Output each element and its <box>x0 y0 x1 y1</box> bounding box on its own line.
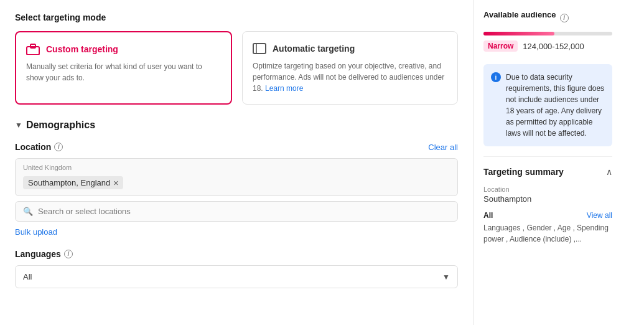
search-icon: 🔍 <box>23 207 33 216</box>
targeting-summary-collapse-icon[interactable]: ∧ <box>606 167 612 177</box>
location-tag-area: Southampton, England × <box>16 174 457 195</box>
summary-location-item: Location Southampton <box>483 186 612 204</box>
summary-all-row: All View all <box>483 211 612 220</box>
custom-targeting-icon <box>26 42 40 56</box>
view-all-link[interactable]: View all <box>587 211 612 220</box>
automatic-card-desc: Optimize targeting based on your objecti… <box>253 60 447 94</box>
custom-card-desc: Manually set criteria for what kind of u… <box>26 61 221 83</box>
automatic-card-title: Automatic targeting <box>273 44 355 54</box>
demographics-chevron-icon: ▼ <box>15 121 22 130</box>
sidebar-divider <box>483 156 612 157</box>
automatic-targeting-icon <box>253 42 266 55</box>
automatic-card-header: Automatic targeting <box>253 42 447 55</box>
available-audience-section: Available audience i Narrow 124,000-152,… <box>483 10 612 52</box>
svg-rect-2 <box>253 44 266 54</box>
data-security-info-box: i Due to data security requirements, thi… <box>483 64 612 146</box>
location-group-label: United Kingdom <box>16 159 457 174</box>
audience-count: 124,000-152,000 <box>523 42 584 51</box>
audience-range: Narrow 124,000-152,000 <box>483 40 612 52</box>
summary-all-item: All View all Languages , Gender , Age , … <box>483 211 612 245</box>
targeting-summary-section: Targeting summary ∧ Location Southampton… <box>483 167 612 245</box>
available-audience-title: Available audience <box>483 10 556 19</box>
narrow-badge: Narrow <box>483 40 518 52</box>
automatic-targeting-card[interactable]: Automatic targeting Optimize targeting b… <box>242 31 458 105</box>
languages-label: Languages i <box>15 249 73 259</box>
clear-all-button[interactable]: Clear all <box>428 143 458 152</box>
languages-dropdown[interactable]: All ▼ <box>15 265 458 288</box>
languages-section: Languages i All ▼ <box>15 249 458 288</box>
demographics-title: Demographics <box>26 120 95 131</box>
sidebar: Available audience i Narrow 124,000-152,… <box>473 0 622 325</box>
summary-location-value: Southampton <box>483 194 612 204</box>
location-label-text: Location <box>15 142 51 152</box>
location-tag-text: Southampton, England <box>28 178 110 187</box>
custom-card-header: Custom targeting <box>26 42 221 56</box>
location-search-box[interactable]: 🔍 <box>15 201 458 222</box>
audience-bar-track <box>483 32 612 35</box>
languages-selected-value: All <box>23 272 32 281</box>
targeting-summary-title: Targeting summary <box>483 167 564 177</box>
languages-label-text: Languages <box>15 249 61 259</box>
audience-info-icon[interactable]: i <box>560 14 569 22</box>
summary-all-desc: Languages , Gender , Age , Spending powe… <box>483 222 612 245</box>
summary-location-label: Location <box>483 186 612 193</box>
languages-dropdown-chevron-icon: ▼ <box>442 273 450 281</box>
targeting-summary-header: Targeting summary ∧ <box>483 167 612 177</box>
languages-label-row: Languages i <box>15 249 458 259</box>
summary-all-label: All <box>483 211 493 220</box>
demographics-section-header[interactable]: ▼ Demographics <box>15 120 458 131</box>
info-box-text: Due to data security requirements, this … <box>506 72 605 139</box>
location-box: United Kingdom Southampton, England × <box>15 158 458 196</box>
bulk-upload-link[interactable]: Bulk upload <box>15 227 57 237</box>
audience-bar <box>483 32 612 35</box>
location-label: Location i <box>15 142 63 152</box>
languages-info-icon[interactable]: i <box>64 250 73 258</box>
location-search-input[interactable] <box>38 207 450 216</box>
learn-more-link[interactable]: Learn more <box>265 84 303 93</box>
custom-card-title: Custom targeting <box>46 44 118 54</box>
remove-location-button[interactable]: × <box>113 179 118 187</box>
location-section: Location i Clear all United Kingdom Sout… <box>15 142 458 237</box>
location-tag: Southampton, England × <box>23 176 123 189</box>
targeting-mode-title: Select targeting mode <box>15 12 458 22</box>
targeting-cards: Custom targeting Manually set criteria f… <box>15 31 458 105</box>
location-label-row: Location i Clear all <box>15 142 458 152</box>
audience-bar-fill <box>483 32 554 35</box>
location-info-icon[interactable]: i <box>54 143 63 151</box>
custom-targeting-card[interactable]: Custom targeting Manually set criteria f… <box>15 31 232 105</box>
info-box-icon: i <box>491 72 501 82</box>
